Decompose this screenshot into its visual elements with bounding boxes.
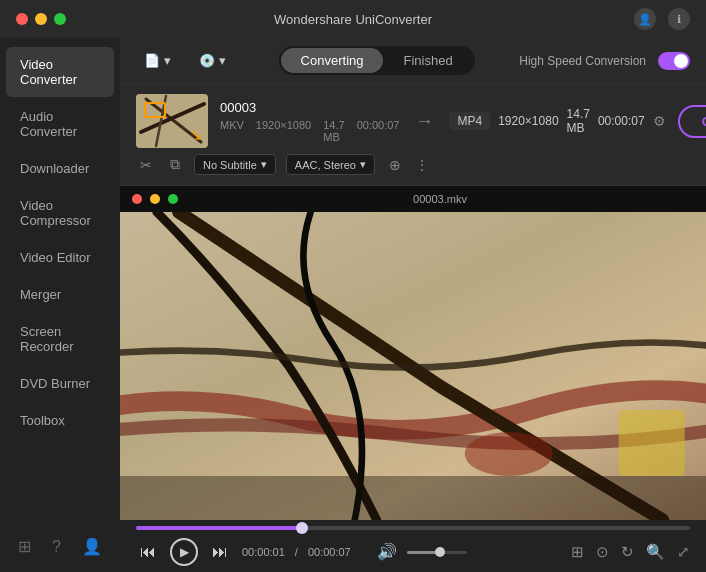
audio-dropdown-icon: ▾ — [360, 158, 366, 171]
video-canvas — [120, 212, 706, 520]
video-panel-titlebar: 00003.mkv — [120, 186, 706, 212]
video-controls: ⏮ ▶ ⏭ 00:00:01 / 00:00:07 🔊 — [120, 520, 706, 572]
output-format: MP4 — [449, 112, 490, 130]
sidebar: Video Converter Audio Converter Download… — [0, 38, 120, 572]
content-area: 📄 ▾ 💿 ▾ Converting Finished High Speed C… — [120, 38, 706, 572]
tab-converting[interactable]: Converting — [281, 48, 384, 73]
volume-thumb[interactable] — [435, 547, 445, 557]
svg-point-7 — [465, 432, 553, 476]
sidebar-bottom: ⊞ ? 👤 — [0, 521, 120, 572]
video-close-icon[interactable] — [132, 194, 142, 204]
profile-icon[interactable]: 👤 — [78, 533, 106, 560]
source-format: MKV — [220, 119, 244, 143]
source-duration: 00:00:07 — [357, 119, 400, 143]
sidebar-label-merger: Merger — [20, 287, 61, 302]
app-title: Wondershare UniConverter — [274, 12, 432, 27]
sidebar-item-video-editor[interactable]: Video Editor — [6, 240, 114, 275]
subtitle-select[interactable]: No Subtitle ▾ — [194, 154, 276, 175]
time-separator: / — [295, 546, 298, 558]
volume-icon[interactable]: 🔊 — [373, 542, 401, 562]
rewind-button[interactable]: ⏮ — [136, 542, 160, 562]
file-row: ↘ 00003 MKV 1920×1080 14.7 MB 00:00:07 → — [136, 94, 690, 148]
progress-bar[interactable] — [136, 526, 690, 530]
sidebar-item-downloader[interactable]: Downloader — [6, 151, 114, 186]
video-panel: 00003.mkv — [120, 186, 706, 572]
file-name: 00003 — [220, 100, 399, 115]
source-resolution: 1920×1080 — [256, 119, 311, 143]
sidebar-label-toolbox: Toolbox — [20, 413, 65, 428]
progress-fill — [136, 526, 302, 530]
sidebar-label-downloader: Downloader — [20, 161, 89, 176]
titlebar-right-icons: 👤 ℹ — [634, 8, 690, 30]
main-layout: Video Converter Audio Converter Download… — [0, 38, 706, 572]
sidebar-item-merger[interactable]: Merger — [6, 277, 114, 312]
grid-icon[interactable]: ⊞ — [14, 533, 35, 560]
file-meta-source: MKV 1920×1080 14.7 MB 00:00:07 — [220, 119, 399, 143]
fullscreen-icon[interactable]: ⤢ — [677, 543, 690, 561]
subtitle-add-icon[interactable]: ⊕ — [385, 155, 405, 175]
progress-thumb[interactable] — [296, 522, 308, 534]
sidebar-item-screen-recorder[interactable]: Screen Recorder — [6, 314, 114, 364]
video-filename: 00003.mkv — [186, 193, 694, 205]
output-info: MP4 1920×1080 14.7 MB 00:00:07 ⚙ — [449, 107, 665, 135]
cut-icon[interactable]: ✂ — [136, 155, 156, 175]
sidebar-item-toolbox[interactable]: Toolbox — [6, 403, 114, 438]
sidebar-label-screen-recorder: Screen Recorder — [20, 324, 100, 354]
add-files-button[interactable]: 📄 ▾ — [136, 49, 179, 72]
next-frame-icon[interactable]: ⊙ — [596, 543, 609, 561]
toggle-knob — [674, 54, 688, 68]
controls-row: ⏮ ▶ ⏭ 00:00:01 / 00:00:07 🔊 — [136, 538, 690, 566]
volume-bar[interactable] — [407, 551, 467, 554]
info-icon[interactable]: ℹ — [668, 8, 690, 30]
settings-gear-icon[interactable]: ⚙ — [653, 113, 666, 129]
maximize-button[interactable] — [54, 13, 66, 25]
total-time: 00:00:07 — [308, 546, 351, 558]
zoom-icon[interactable]: 🔍 — [646, 543, 665, 561]
file-info: 00003 MKV 1920×1080 14.7 MB 00:00:07 — [220, 100, 399, 143]
current-time: 00:00:01 — [242, 546, 285, 558]
source-size: 14.7 MB — [323, 119, 344, 143]
window-controls — [16, 13, 66, 25]
sidebar-label-video-compressor: Video Compressor — [20, 198, 100, 228]
high-speed-toggle[interactable] — [658, 52, 690, 70]
titlebar: Wondershare UniConverter 👤 ℹ — [0, 0, 706, 38]
file-list: ↘ 00003 MKV 1920×1080 14.7 MB 00:00:07 → — [120, 84, 706, 186]
convert-button[interactable]: Convert — [678, 105, 706, 138]
help-icon[interactable]: ? — [48, 534, 65, 560]
right-controls: ⊞ ⊙ ↻ 🔍 ⤢ — [571, 543, 690, 561]
output-duration: 00:00:07 — [598, 114, 645, 128]
sidebar-item-dvd-burner[interactable]: DVD Burner — [6, 366, 114, 401]
more-options-icon[interactable]: ⋮ — [415, 157, 429, 173]
sidebar-label-audio-converter: Audio Converter — [20, 109, 100, 139]
video-maximize-icon[interactable] — [168, 194, 178, 204]
sidebar-label-video-converter: Video Converter — [20, 57, 100, 87]
subtitle-label: No Subtitle — [203, 159, 257, 171]
audio-select[interactable]: AAC, Stereo ▾ — [286, 154, 375, 175]
close-button[interactable] — [16, 13, 28, 25]
add-files-arrow: ▾ — [164, 53, 171, 68]
play-button[interactable]: ▶ — [170, 538, 198, 566]
thumb-overlay-box — [144, 102, 166, 118]
file-thumbnail: ↘ — [136, 94, 208, 148]
tab-finished[interactable]: Finished — [383, 48, 472, 73]
output-size: 14.7 MB — [567, 107, 590, 135]
sidebar-item-audio-converter[interactable]: Audio Converter — [6, 99, 114, 149]
subtitle-dropdown-icon: ▾ — [261, 158, 267, 171]
forward-button[interactable]: ⏭ — [208, 542, 232, 562]
sidebar-label-dvd-burner: DVD Burner — [20, 376, 90, 391]
crop-icon[interactable]: ⊞ — [571, 543, 584, 561]
dvd-icon: 💿 — [199, 53, 215, 68]
volume-area: 🔊 — [373, 542, 467, 562]
user-icon[interactable]: 👤 — [634, 8, 656, 30]
sidebar-item-video-converter[interactable]: Video Converter — [6, 47, 114, 97]
video-minimize-icon[interactable] — [150, 194, 160, 204]
minimize-button[interactable] — [35, 13, 47, 25]
add-files-icon: 📄 — [144, 53, 160, 68]
format-arrow-icon: → — [415, 111, 433, 132]
add-dvd-button[interactable]: 💿 ▾ — [191, 49, 234, 72]
rotate-icon[interactable]: ↻ — [621, 543, 634, 561]
dvd-arrow: ▾ — [219, 53, 226, 68]
copy-icon[interactable]: ⧉ — [166, 154, 184, 175]
thumb-arrow-icon: ↘ — [189, 125, 202, 144]
sidebar-item-video-compressor[interactable]: Video Compressor — [6, 188, 114, 238]
